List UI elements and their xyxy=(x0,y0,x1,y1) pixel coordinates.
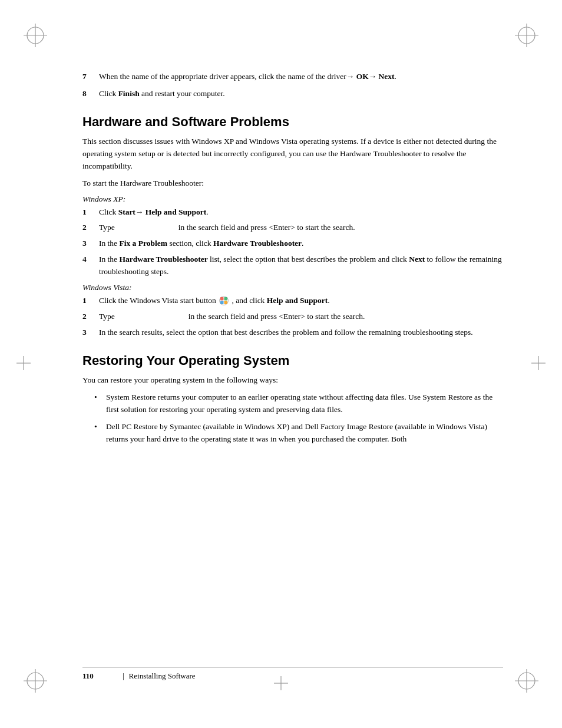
xp-step-4: 4 In the Hardware Troubleshooter list, s… xyxy=(82,253,503,278)
step-7-number: 7 xyxy=(82,71,99,83)
xp-step-1-text: Click Start→ Help and Support. xyxy=(99,206,503,219)
xp-step-3-text: In the Fix a Problem section, click Hard… xyxy=(99,238,503,250)
step-7-text: When the name of the appropriate driver … xyxy=(99,71,503,83)
step-8-number: 8 xyxy=(82,88,99,100)
windows-xp-label: Windows XP: xyxy=(82,195,503,204)
footer: 110 | Reinstalling Software xyxy=(82,667,503,681)
vista-step-1-num: 1 xyxy=(82,295,99,307)
bullet-item-1: • System Restore returns your computer t… xyxy=(94,391,503,416)
section1-to-start: To start the Hardware Troubleshooter: xyxy=(82,177,503,190)
vista-step-2-text: Type in the search field and press <Ente… xyxy=(99,311,503,323)
vista-steps-list: 1 Click the Windows Vista start button xyxy=(82,295,503,339)
bullet-dot-2: • xyxy=(94,421,106,446)
vista-step-2: 2 Type in the search field and press <En… xyxy=(82,311,503,323)
step-8-text: Click Finish and restart your computer. xyxy=(99,88,503,100)
xp-step-3: 3 In the Fix a Problem section, click Ha… xyxy=(82,238,503,250)
xp-step-4-text: In the Hardware Troubleshooter list, sel… xyxy=(99,253,503,278)
svg-rect-22 xyxy=(224,301,228,305)
footer-text: Reinstalling Software xyxy=(129,671,196,681)
page: 7 When the name of the appropriate drive… xyxy=(0,0,562,728)
bullet-list: • System Restore returns your computer t… xyxy=(94,391,503,446)
bullet-dot-1: • xyxy=(94,391,106,416)
xp-step-4-num: 4 xyxy=(82,253,99,278)
footer-separator: | xyxy=(123,671,124,681)
corner-mark-tl xyxy=(24,24,59,59)
section1-intro: This section discusses issues with Windo… xyxy=(82,136,503,173)
xp-step-2-num: 2 xyxy=(82,222,99,234)
section1-heading: Hardware and Software Problems xyxy=(82,114,503,130)
vista-step-1-text: Click the Windows Vista start button , a… xyxy=(99,295,503,307)
bullet-item-2: • Dell PC Restore by Symantec (available… xyxy=(94,421,503,446)
vista-start-icon xyxy=(219,296,229,305)
bullet-text-1: System Restore returns your computer to … xyxy=(106,391,503,416)
svg-rect-19 xyxy=(220,297,224,301)
corner-mark-bl xyxy=(24,657,59,693)
windows-vista-label: Windows Vista: xyxy=(82,283,503,292)
side-mark-left xyxy=(16,356,31,373)
corner-mark-br xyxy=(503,657,538,693)
section2-heading: Restoring Your Operating System xyxy=(82,353,503,368)
side-mark-right xyxy=(531,356,546,373)
section2-intro: You can restore your operating system in… xyxy=(82,374,503,387)
xp-step-2-text: Type in the search field and press <Ente… xyxy=(99,222,503,234)
svg-rect-20 xyxy=(224,297,228,301)
vista-step-3-text: In the search results, select the option… xyxy=(99,327,503,339)
svg-rect-21 xyxy=(220,301,224,305)
footer-page-number: 110 xyxy=(82,671,118,681)
xp-step-3-num: 3 xyxy=(82,238,99,250)
step-7: 7 When the name of the appropriate drive… xyxy=(82,71,503,83)
xp-step-1: 1 Click Start→ Help and Support. xyxy=(82,206,503,219)
vista-step-3: 3 In the search results, select the opti… xyxy=(82,327,503,339)
step-8: 8 Click Finish and restart your computer… xyxy=(82,88,503,100)
vista-step-1: 1 Click the Windows Vista start button xyxy=(82,295,503,307)
vista-step-2-num: 2 xyxy=(82,311,99,323)
xp-steps-list: 1 Click Start→ Help and Support. 2 Type … xyxy=(82,206,503,279)
xp-step-2: 2 Type in the search field and press <En… xyxy=(82,222,503,234)
corner-mark-tr xyxy=(503,24,538,59)
content: 7 When the name of the appropriate drive… xyxy=(82,71,503,446)
vista-step-3-num: 3 xyxy=(82,327,99,339)
bullet-text-2: Dell PC Restore by Symantec (available i… xyxy=(106,421,503,446)
xp-step-1-num: 1 xyxy=(82,206,99,219)
